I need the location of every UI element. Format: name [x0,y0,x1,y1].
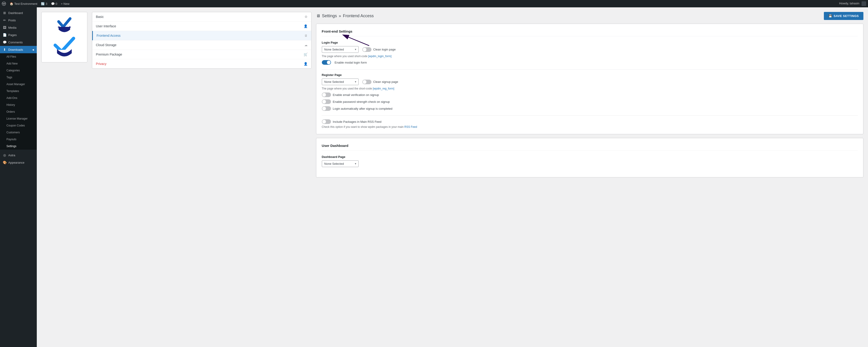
dashboard-page-label: Dashboard Page [322,155,858,159]
dashboard-icon: ⊞ [3,11,6,15]
greeting-text: Howdy, tahasin [839,2,859,5]
comments-count: 0 [56,2,57,5]
sidebar-item-comments[interactable]: 💬 Comments [0,39,37,46]
comments-icon: 💬 [51,2,55,5]
save-settings-button[interactable]: 💾 SAVE SETTINGS [824,12,863,20]
admin-bar: 🏠 Test Environment 🔄 3 💬 0 + New Howdy, … [0,0,868,7]
email-verification-label: Enable email verification on signup [333,93,379,97]
user-dashboard-title: User Dashboard [322,144,858,150]
modal-login-row: Enable modal login form [322,60,858,65]
history-label: History [6,103,15,106]
posts-icon: ✏ [3,19,6,22]
login-page-select[interactable]: None Selected [322,46,359,53]
tab-premium-package-label: Premium Package [96,53,122,56]
breadcrumb-settings: Settings [322,13,337,19]
login-shortcode-link[interactable]: [wpdm_login_form] [368,55,392,58]
register-shortcode-link[interactable]: [wpdm_reg_form] [373,87,394,90]
orders-label: Orders [6,110,15,113]
sidebar-item-settings[interactable]: Settings [0,143,37,150]
rss-feed-row: Include Packages in Main RSS Feed [322,119,858,124]
sidebar-item-orders[interactable]: Orders [0,108,37,115]
gear-icon: ⚙ [305,15,308,19]
divider-2 [322,115,858,116]
wpdm-logo-svg [53,35,76,60]
sidebar-item-appearance[interactable]: 🎨 Appearance [0,159,37,166]
sidebar-item-pages[interactable]: 📄 Pages [0,31,37,39]
password-strength-toggle[interactable] [322,99,331,104]
tab-premium-package[interactable]: Premium Package 🛒 [92,50,311,59]
sidebar-item-customers[interactable]: Customers [0,129,37,136]
add-new-label: Add New [6,62,18,65]
sidebar-item-add-ons[interactable]: Add-Ons [0,95,37,101]
astra-label: Astra [8,153,15,157]
sidebar-item-coupon-codes[interactable]: Coupon Codes [0,122,37,129]
tab-frontend-access[interactable]: Frontend Access 🖥 [92,31,311,40]
sidebar-item-posts[interactable]: ✏ Posts [0,16,37,24]
login-page-controls: None Selected ▼ Clean login page [322,46,858,53]
cart-icon: 🛒 [304,53,308,56]
wpdm-logo-icon [54,13,75,34]
sidebar-label-posts: Posts [8,19,16,22]
sidebar-item-astra[interactable]: ◎ Astra [0,151,37,159]
rss-slider [322,119,331,124]
sidebar-item-history[interactable]: History [0,101,37,108]
sidebar-item-downloads[interactable]: ⬇ Downloads ◀ [0,46,37,53]
payouts-label: Payouts [6,138,16,141]
auto-login-toggle[interactable] [322,106,331,111]
sidebar-item-add-new[interactable]: Add New [0,60,37,67]
sidebar-item-payouts[interactable]: Payouts [0,136,37,143]
plugin-tabs: Basic ⚙ User Interface 👤 Frontend Access… [92,12,311,69]
collapse-arrow-icon: ◀ [32,48,34,51]
new-item[interactable]: + New [61,2,69,5]
settings-right-panel: 🖥 Settings » Frontend Access 💾 SAVE SETT… [316,12,863,181]
tab-user-interface-label: User Interface [96,24,116,28]
sidebar-label-downloads: Downloads [8,48,23,51]
frontend-settings-card: Front-end Settings Login Page None Selec… [316,24,863,134]
sidebar-item-tags[interactable]: Tags [0,74,37,81]
sidebar-item-all-files[interactable]: All Files [0,53,37,60]
sidebar-label-pages: Pages [8,33,17,37]
new-label: + New [61,2,69,5]
modal-login-label: Enable modal login form [335,61,367,64]
user-greeting[interactable]: Howdy, tahasin [839,1,866,6]
clean-signup-toggle-wrap: Clean signup page [362,80,398,84]
rss-hint-text: Check this option if you want to show wp… [322,125,404,129]
auto-login-row: Login automatically after signup is comp… [322,106,858,111]
tab-cloud-storage[interactable]: Cloud Storage ☁ [92,40,311,50]
divider-1 [322,69,858,70]
email-verification-toggle[interactable] [322,93,331,97]
register-page-select[interactable]: None Selected [322,78,359,85]
sidebar-item-templates[interactable]: Templates [0,88,37,95]
sidebar-item-categories[interactable]: Categories [0,67,37,74]
wp-logo-item[interactable] [2,2,6,6]
all-files-label: All Files [6,55,16,58]
sidebar-item-asset-manager[interactable]: Asset Manager [0,81,37,88]
wp-logo-icon [2,2,6,6]
sidebar-item-media[interactable]: 🖼 Media [0,24,37,31]
sidebar-item-license-manager[interactable]: License Manager [0,115,37,122]
modal-login-toggle[interactable] [322,60,331,65]
login-hint-text: The page where you used short-code [322,55,368,58]
sidebar-item-dashboard[interactable]: ⊞ Dashboard [0,9,37,16]
rss-link[interactable]: RSS Feed [404,125,417,129]
categories-label: Categories [6,69,20,72]
auto-login-slider [322,106,331,111]
comments-item[interactable]: 💬 0 [51,2,57,5]
tab-privacy[interactable]: Privacy 👤 [92,59,311,68]
revisions-icon: 🔄 [41,2,44,5]
clean-signup-toggle[interactable] [362,80,371,84]
email-verification-row: Enable email verification on signup [322,93,858,97]
clean-login-toggle[interactable] [362,47,371,52]
site-name-item[interactable]: 🏠 Test Environment [10,2,37,5]
tab-user-interface[interactable]: User Interface 👤 [92,22,311,31]
asset-manager-label: Asset Manager [6,82,25,86]
revisions-item[interactable]: 🔄 3 [41,2,47,5]
settings-label: Settings [6,145,16,148]
sidebar-label-dashboard: Dashboard [8,11,23,15]
clean-signup-label: Clean signup page [373,80,398,83]
rss-toggle[interactable] [322,119,331,124]
dashboard-page-select-wrap: None Selected ▼ [322,161,359,167]
monitor-icon: 🖥 [304,34,308,37]
tab-basic[interactable]: Basic ⚙ [92,12,311,22]
dashboard-page-select[interactable]: None Selected [322,161,359,167]
